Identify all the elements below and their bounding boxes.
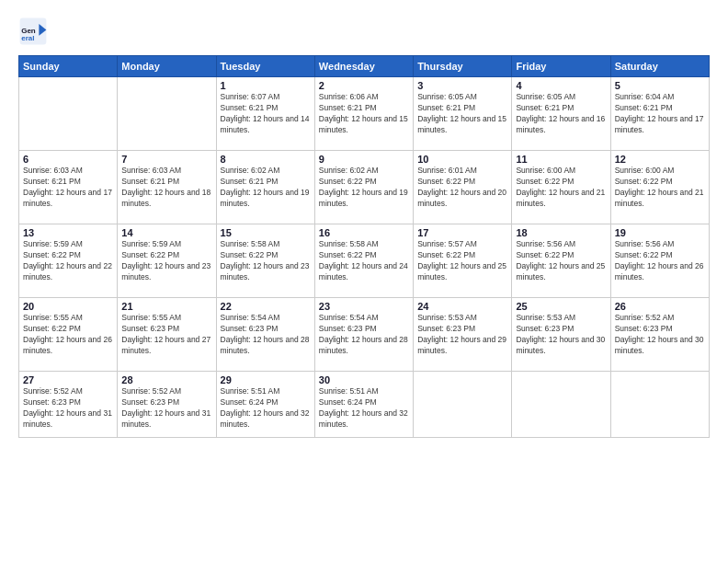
- day-info: Sunrise: 5:56 AMSunset: 6:22 PMDaylight:…: [615, 239, 705, 283]
- day-info: Sunrise: 5:58 AMSunset: 6:22 PMDaylight:…: [221, 239, 311, 283]
- weekday-header-row: SundayMondayTuesdayWednesdayThursdayFrid…: [19, 56, 710, 77]
- day-info: Sunrise: 5:54 AMSunset: 6:23 PMDaylight:…: [319, 313, 409, 357]
- calendar-cell: 19Sunrise: 5:56 AMSunset: 6:22 PMDayligh…: [610, 224, 709, 298]
- weekday-wednesday: Wednesday: [314, 56, 413, 77]
- day-number: 21: [121, 301, 211, 312]
- calendar-cell: 15Sunrise: 5:58 AMSunset: 6:22 PMDayligh…: [216, 224, 314, 298]
- day-info: Sunrise: 6:05 AMSunset: 6:21 PMDaylight:…: [516, 92, 606, 136]
- day-info: Sunrise: 6:02 AMSunset: 6:22 PMDaylight:…: [319, 166, 409, 210]
- day-number: 2: [319, 80, 409, 91]
- day-info: Sunrise: 6:02 AMSunset: 6:21 PMDaylight:…: [221, 166, 311, 210]
- week-row-1: 6Sunrise: 6:03 AMSunset: 6:21 PMDaylight…: [19, 151, 710, 224]
- svg-text:eral: eral: [21, 34, 34, 42]
- day-number: 12: [615, 154, 705, 165]
- day-number: 18: [516, 227, 606, 238]
- day-number: 9: [319, 154, 409, 165]
- header: Gen eral: [18, 17, 710, 46]
- calendar-cell: [512, 372, 610, 438]
- day-number: 24: [417, 301, 507, 312]
- calendar-cell: 17Sunrise: 5:57 AMSunset: 6:22 PMDayligh…: [414, 224, 512, 298]
- calendar-cell: 2Sunrise: 6:06 AMSunset: 6:21 PMDaylight…: [314, 77, 413, 151]
- week-row-2: 13Sunrise: 5:59 AMSunset: 6:22 PMDayligh…: [19, 224, 710, 298]
- day-info: Sunrise: 5:54 AMSunset: 6:23 PMDaylight:…: [221, 313, 311, 357]
- calendar-cell: 4Sunrise: 6:05 AMSunset: 6:21 PMDaylight…: [512, 77, 610, 151]
- weekday-friday: Friday: [512, 56, 610, 77]
- day-number: 20: [23, 301, 113, 312]
- calendar-cell: 12Sunrise: 6:00 AMSunset: 6:22 PMDayligh…: [610, 151, 709, 224]
- day-info: Sunrise: 6:05 AMSunset: 6:21 PMDaylight:…: [417, 92, 507, 136]
- day-info: Sunrise: 6:03 AMSunset: 6:21 PMDaylight:…: [121, 166, 211, 210]
- day-info: Sunrise: 5:51 AMSunset: 6:24 PMDaylight:…: [221, 386, 311, 431]
- day-number: 16: [319, 227, 409, 238]
- day-number: 15: [221, 227, 311, 238]
- calendar-cell: 1Sunrise: 6:07 AMSunset: 6:21 PMDaylight…: [216, 77, 314, 151]
- calendar-cell: 10Sunrise: 6:01 AMSunset: 6:22 PMDayligh…: [414, 151, 512, 224]
- day-number: 11: [516, 154, 606, 165]
- day-number: 22: [221, 301, 311, 312]
- day-info: Sunrise: 5:59 AMSunset: 6:22 PMDaylight:…: [121, 239, 211, 283]
- calendar-cell: 18Sunrise: 5:56 AMSunset: 6:22 PMDayligh…: [512, 224, 610, 298]
- weekday-saturday: Saturday: [610, 56, 709, 77]
- day-info: Sunrise: 6:00 AMSunset: 6:22 PMDaylight:…: [615, 166, 705, 210]
- calendar-cell: 20Sunrise: 5:55 AMSunset: 6:22 PMDayligh…: [19, 298, 118, 372]
- weekday-thursday: Thursday: [414, 56, 512, 77]
- calendar-cell: 24Sunrise: 5:53 AMSunset: 6:23 PMDayligh…: [414, 298, 512, 372]
- day-number: 14: [121, 227, 211, 238]
- calendar-cell: 13Sunrise: 5:59 AMSunset: 6:22 PMDayligh…: [19, 224, 118, 298]
- day-info: Sunrise: 5:51 AMSunset: 6:24 PMDaylight:…: [319, 386, 409, 431]
- day-info: Sunrise: 5:58 AMSunset: 6:22 PMDaylight:…: [319, 239, 409, 283]
- day-number: 3: [417, 80, 507, 91]
- day-number: 26: [615, 301, 705, 312]
- calendar-cell: 26Sunrise: 5:52 AMSunset: 6:23 PMDayligh…: [610, 298, 709, 372]
- calendar-cell: 22Sunrise: 5:54 AMSunset: 6:23 PMDayligh…: [216, 298, 314, 372]
- calendar-cell: 11Sunrise: 6:00 AMSunset: 6:22 PMDayligh…: [512, 151, 610, 224]
- day-info: Sunrise: 5:55 AMSunset: 6:23 PMDaylight:…: [121, 313, 211, 357]
- day-info: Sunrise: 5:55 AMSunset: 6:22 PMDaylight:…: [23, 313, 113, 357]
- day-info: Sunrise: 5:59 AMSunset: 6:22 PMDaylight:…: [23, 239, 113, 283]
- day-info: Sunrise: 6:04 AMSunset: 6:21 PMDaylight:…: [615, 92, 705, 136]
- calendar-cell: 21Sunrise: 5:55 AMSunset: 6:23 PMDayligh…: [118, 298, 216, 372]
- day-info: Sunrise: 5:56 AMSunset: 6:22 PMDaylight:…: [516, 239, 606, 283]
- calendar-cell: [414, 372, 512, 438]
- calendar-cell: 28Sunrise: 5:52 AMSunset: 6:23 PMDayligh…: [118, 372, 216, 438]
- calendar-cell: 29Sunrise: 5:51 AMSunset: 6:24 PMDayligh…: [216, 372, 314, 438]
- day-info: Sunrise: 6:01 AMSunset: 6:22 PMDaylight:…: [417, 166, 507, 210]
- calendar-cell: [610, 372, 709, 438]
- day-number: 10: [417, 154, 507, 165]
- calendar-cell: 6Sunrise: 6:03 AMSunset: 6:21 PMDaylight…: [19, 151, 118, 224]
- calendar-cell: 16Sunrise: 5:58 AMSunset: 6:22 PMDayligh…: [314, 224, 413, 298]
- day-number: 5: [615, 80, 705, 91]
- day-number: 25: [516, 301, 606, 312]
- weekday-sunday: Sunday: [19, 56, 118, 77]
- day-info: Sunrise: 5:52 AMSunset: 6:23 PMDaylight:…: [615, 313, 705, 357]
- week-row-4: 27Sunrise: 5:52 AMSunset: 6:23 PMDayligh…: [19, 372, 710, 438]
- day-info: Sunrise: 5:57 AMSunset: 6:22 PMDaylight:…: [417, 239, 507, 283]
- calendar-cell: 30Sunrise: 5:51 AMSunset: 6:24 PMDayligh…: [314, 372, 413, 438]
- logo: Gen eral: [18, 17, 51, 46]
- day-number: 19: [615, 227, 705, 238]
- day-number: 17: [417, 227, 507, 238]
- calendar-cell: 23Sunrise: 5:54 AMSunset: 6:23 PMDayligh…: [314, 298, 413, 372]
- logo-icon: Gen eral: [18, 17, 48, 46]
- week-row-0: 1Sunrise: 6:07 AMSunset: 6:21 PMDaylight…: [19, 77, 710, 151]
- calendar-cell: [19, 77, 118, 151]
- day-info: Sunrise: 5:52 AMSunset: 6:23 PMDaylight:…: [23, 386, 113, 431]
- day-info: Sunrise: 6:06 AMSunset: 6:21 PMDaylight:…: [319, 92, 409, 136]
- day-info: Sunrise: 6:03 AMSunset: 6:21 PMDaylight:…: [23, 166, 113, 210]
- calendar-cell: 27Sunrise: 5:52 AMSunset: 6:23 PMDayligh…: [19, 372, 118, 438]
- page: Gen eral SundayMondayTuesdayWednesdayThu…: [0, 0, 728, 563]
- weekday-tuesday: Tuesday: [216, 56, 314, 77]
- day-info: Sunrise: 6:07 AMSunset: 6:21 PMDaylight:…: [221, 92, 311, 136]
- calendar-cell: 14Sunrise: 5:59 AMSunset: 6:22 PMDayligh…: [118, 224, 216, 298]
- day-number: 7: [121, 154, 211, 165]
- calendar-cell: 5Sunrise: 6:04 AMSunset: 6:21 PMDaylight…: [610, 77, 709, 151]
- day-info: Sunrise: 6:00 AMSunset: 6:22 PMDaylight:…: [516, 166, 606, 210]
- day-number: 29: [221, 374, 311, 385]
- calendar-cell: [118, 77, 216, 151]
- day-number: 27: [23, 374, 113, 385]
- day-number: 30: [319, 374, 409, 385]
- calendar-table: SundayMondayTuesdayWednesdayThursdayFrid…: [18, 55, 710, 438]
- day-number: 13: [23, 227, 113, 238]
- day-number: 1: [221, 80, 311, 91]
- day-number: 8: [221, 154, 311, 165]
